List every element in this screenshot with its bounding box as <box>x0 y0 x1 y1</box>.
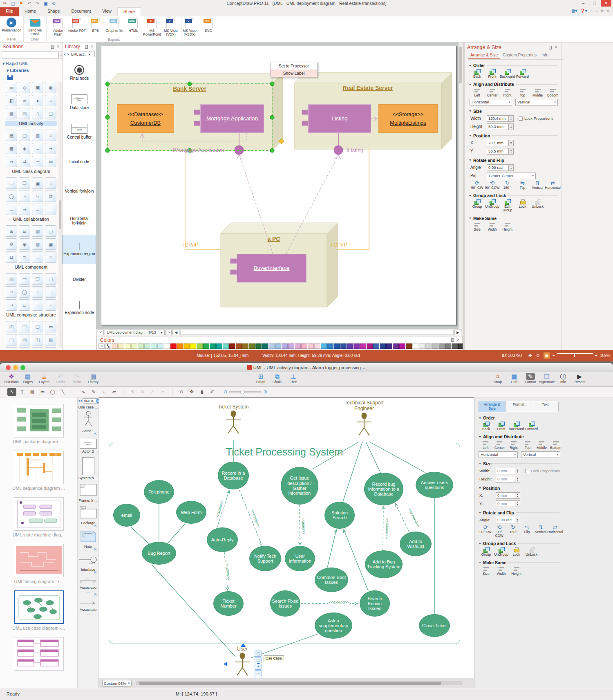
stencil-cell[interactable]: ◯ <box>19 286 30 298</box>
close-doc-icon[interactable]: ✕ <box>606 9 610 13</box>
color-swatch[interactable] <box>275 343 281 349</box>
color-swatch[interactable] <box>393 343 399 349</box>
preview-thumb-usecase[interactable] <box>14 590 64 624</box>
html-button[interactable]: HTMLHTML <box>124 17 142 33</box>
stencil-group-uml-class-diagram[interactable]: UML class diagram <box>5 168 57 174</box>
pin-icon[interactable] <box>549 46 552 49</box>
actor-tool-button[interactable]: ✦ <box>255 664 262 670</box>
mac-drawing-canvas[interactable]: Ticket Processing System Record in a Dat… <box>99 397 474 678</box>
height-stepper[interactable]: ▲▼ <box>509 123 514 130</box>
view-tool-2[interactable]: ▮ <box>197 388 206 396</box>
height-button[interactable]: Height <box>509 566 524 576</box>
right-button[interactable]: Right <box>507 440 521 450</box>
color-swatch[interactable] <box>236 343 242 349</box>
center-button[interactable]: Center <box>492 440 506 450</box>
arrow-tool-button[interactable]: → <box>255 670 262 676</box>
use-case-search-fixed-issues[interactable]: Search Fixed Issues <box>270 590 300 617</box>
lock-proportions-checkbox[interactable]: Lock Proportions <box>525 469 560 473</box>
stencil-cell[interactable]: ◉ <box>45 82 56 93</box>
stencil-cell[interactable]: ◫ <box>32 334 43 346</box>
library-item-frame-fr[interactable]: Frame, fr ... <box>78 484 98 503</box>
color-swatch[interactable] <box>314 343 320 349</box>
library-item-associatio[interactable]: name1..*0..*Associatio ...⇱ <box>78 577 98 596</box>
horizontal-button[interactable]: ⇄Horizontal <box>545 180 560 190</box>
color-swatch[interactable] <box>229 343 235 349</box>
library-dropdown[interactable]: UML u... ⇅ <box>83 398 99 404</box>
selection-arrow[interactable] <box>241 643 246 647</box>
top-button[interactable]: Top <box>515 88 530 97</box>
180-button[interactable]: ↻180 ° <box>500 180 515 190</box>
search-icon[interactable]: ⌕ <box>60 52 63 58</box>
stencil-cell[interactable]: ▤ <box>6 130 17 141</box>
ribbon-tab-shape[interactable]: Shape <box>42 7 65 16</box>
use-case-answer-users-questions[interactable]: Answer users questions <box>416 472 453 498</box>
draw-tool-5[interactable]: ╲ <box>58 388 67 396</box>
mac-horizontal-scrollbar[interactable] <box>136 681 463 685</box>
color-swatch[interactable] <box>112 343 118 349</box>
stencil-cell[interactable]: ▦ <box>6 347 17 350</box>
drawing-page[interactable]: Bank Server Real Estate Server a PC <<Da… <box>101 46 456 325</box>
home-icon[interactable]: ⌂ <box>590 9 593 13</box>
tab-arrange-size[interactable]: Arrange & Size <box>468 52 500 59</box>
color-swatch[interactable] <box>190 343 196 349</box>
use-case-auto-reply[interactable]: Auto-Reply <box>207 527 238 552</box>
align-vertical-dropdown[interactable]: Vertical▾ <box>521 451 560 458</box>
library-item-expansion-node[interactable]: Expansion node <box>63 294 96 323</box>
actor-figure-technical-support-engineer[interactable] <box>356 413 372 438</box>
stencil-cell[interactable]: ❏ <box>45 108 56 119</box>
tree-item-libraries[interactable]: ▾ Libraries <box>0 66 62 74</box>
a-pc-node-label[interactable]: a PC <box>245 236 302 242</box>
view-tool-3[interactable]: ✐ <box>208 388 217 396</box>
width-button[interactable]: Width <box>485 222 500 231</box>
edit-tool-0[interactable]: ⟲ <box>128 388 137 396</box>
stencil-cell[interactable]: ❐ <box>19 177 30 189</box>
export-badge-icon[interactable]: ⇱ <box>94 549 97 551</box>
panel-toggle-icon[interactable]: ▦▾ <box>571 9 577 13</box>
color-swatch[interactable] <box>157 343 163 349</box>
unlock-button[interactable]: UnLock <box>524 547 539 556</box>
stencil-cell[interactable]: ◧ <box>6 95 17 106</box>
bottom-button[interactable]: Bottom <box>545 88 560 97</box>
stencil-cell[interactable]: ❐ <box>32 273 43 285</box>
customerdb-node[interactable]: <<Database>>CustomerDB <box>117 104 174 133</box>
stencil-cell[interactable]: ▭ <box>19 273 30 285</box>
stencil-cell[interactable]: ⇢ <box>19 204 30 215</box>
use-case-record-in-a-database[interactable]: Record in a Database <box>218 462 249 489</box>
scroll-left-button[interactable]: ◀ <box>172 330 179 335</box>
width-input[interactable]: 130.4 mm <box>487 115 509 122</box>
adobe-flash-button[interactable]: SWFAdobe Flash <box>49 17 67 37</box>
edit-tool-3[interactable]: ✂ <box>159 388 168 396</box>
ms-visio-vsdx-button[interactable]: VMS Visio (VSDX) <box>181 17 199 37</box>
stencil-cell[interactable]: → <box>6 204 17 215</box>
color-swatch[interactable] <box>386 343 392 349</box>
stencil-cell[interactable]: ○ <box>45 130 56 141</box>
color-swatch[interactable] <box>425 343 432 349</box>
library-item-package[interactable]: NamePackage⇱ <box>78 506 98 527</box>
library-item-final-node[interactable]: Final node <box>63 58 96 88</box>
stencil-cell[interactable]: ○ <box>45 251 56 263</box>
export-badge-icon[interactable]: ⇱ <box>94 572 97 574</box>
stencil-group-uml-activity[interactable]: UML activity <box>5 121 57 126</box>
actor-figure-user[interactable] <box>234 653 251 678</box>
tab-text[interactable]: Text <box>532 401 558 412</box>
oval-tool-button[interactable]: ◯ <box>255 657 262 663</box>
y-input[interactable]: 0 mm <box>496 500 515 507</box>
x-stepper[interactable]: ▲▼ <box>509 140 514 146</box>
toolbar-info-button[interactable]: ⓘInfo <box>555 373 571 384</box>
stencil-cell[interactable]: ▦ <box>6 143 17 154</box>
stencil-cell[interactable]: ▭ <box>6 177 17 189</box>
export-badge-icon[interactable]: ⇱ <box>94 525 97 527</box>
library-item-actor-2[interactable]: <<actor>>NameActor 2 <box>78 439 98 453</box>
stencil-cell[interactable]: ⇉ <box>19 156 30 167</box>
draw-tool-7[interactable]: ∿ <box>79 388 88 396</box>
use-case-record-bug-information-to-a-database[interactable]: Record bug information to a Database <box>364 473 403 505</box>
color-swatch[interactable] <box>308 343 314 349</box>
canvas-horizontal-scrollbar[interactable] <box>180 330 454 335</box>
width-button[interactable]: Width <box>494 566 509 576</box>
restore-icon[interactable]: ⧉ <box>600 9 603 13</box>
stencil-cell[interactable]: ▱ <box>19 95 30 106</box>
color-swatch[interactable] <box>144 343 150 349</box>
maximize-button[interactable]: ❐ <box>589 0 600 7</box>
view-tool-0[interactable]: ⊙ <box>177 388 186 396</box>
color-swatch[interactable] <box>288 343 294 349</box>
